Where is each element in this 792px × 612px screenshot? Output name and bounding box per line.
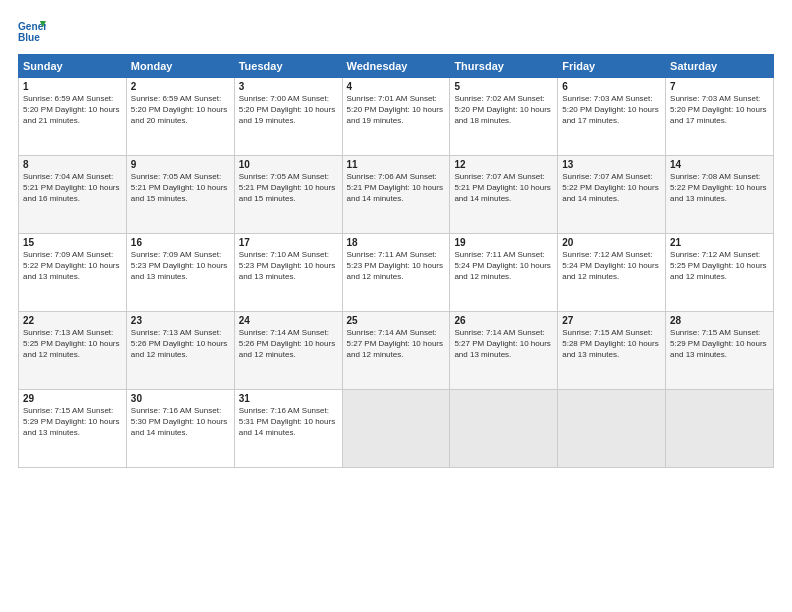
day-number: 28: [670, 315, 769, 326]
day-info: Sunrise: 7:09 AM Sunset: 5:22 PM Dayligh…: [23, 250, 122, 282]
day-number: 10: [239, 159, 338, 170]
logo-icon: General Blue: [18, 18, 46, 46]
day-info: Sunrise: 7:00 AM Sunset: 5:20 PM Dayligh…: [239, 94, 338, 126]
day-info: Sunrise: 7:15 AM Sunset: 5:29 PM Dayligh…: [670, 328, 769, 360]
weekday-header: Wednesday: [342, 55, 450, 78]
weekday-header: Sunday: [19, 55, 127, 78]
calendar-day-cell: [558, 390, 666, 468]
calendar-week-row: 1Sunrise: 6:59 AM Sunset: 5:20 PM Daylig…: [19, 78, 774, 156]
day-number: 2: [131, 81, 230, 92]
day-number: 20: [562, 237, 661, 248]
day-info: Sunrise: 7:02 AM Sunset: 5:20 PM Dayligh…: [454, 94, 553, 126]
day-number: 11: [347, 159, 446, 170]
day-number: 12: [454, 159, 553, 170]
weekday-header: Tuesday: [234, 55, 342, 78]
day-number: 18: [347, 237, 446, 248]
day-number: 17: [239, 237, 338, 248]
day-info: Sunrise: 7:05 AM Sunset: 5:21 PM Dayligh…: [239, 172, 338, 204]
day-number: 23: [131, 315, 230, 326]
calendar-day-cell: [450, 390, 558, 468]
day-info: Sunrise: 7:14 AM Sunset: 5:27 PM Dayligh…: [347, 328, 446, 360]
day-number: 1: [23, 81, 122, 92]
day-number: 4: [347, 81, 446, 92]
weekday-header: Saturday: [666, 55, 774, 78]
calendar-week-row: 29Sunrise: 7:15 AM Sunset: 5:29 PM Dayli…: [19, 390, 774, 468]
calendar-day-cell: 15Sunrise: 7:09 AM Sunset: 5:22 PM Dayli…: [19, 234, 127, 312]
day-number: 5: [454, 81, 553, 92]
calendar-day-cell: 28Sunrise: 7:15 AM Sunset: 5:29 PM Dayli…: [666, 312, 774, 390]
day-info: Sunrise: 7:09 AM Sunset: 5:23 PM Dayligh…: [131, 250, 230, 282]
day-number: 24: [239, 315, 338, 326]
calendar-day-cell: 18Sunrise: 7:11 AM Sunset: 5:23 PM Dayli…: [342, 234, 450, 312]
day-info: Sunrise: 7:12 AM Sunset: 5:25 PM Dayligh…: [670, 250, 769, 282]
day-info: Sunrise: 7:12 AM Sunset: 5:24 PM Dayligh…: [562, 250, 661, 282]
day-number: 30: [131, 393, 230, 404]
calendar-day-cell: 25Sunrise: 7:14 AM Sunset: 5:27 PM Dayli…: [342, 312, 450, 390]
calendar-day-cell: 1Sunrise: 6:59 AM Sunset: 5:20 PM Daylig…: [19, 78, 127, 156]
calendar-day-cell: 21Sunrise: 7:12 AM Sunset: 5:25 PM Dayli…: [666, 234, 774, 312]
day-number: 7: [670, 81, 769, 92]
calendar-day-cell: 30Sunrise: 7:16 AM Sunset: 5:30 PM Dayli…: [126, 390, 234, 468]
day-info: Sunrise: 7:10 AM Sunset: 5:23 PM Dayligh…: [239, 250, 338, 282]
day-number: 14: [670, 159, 769, 170]
weekday-header: Monday: [126, 55, 234, 78]
logo: General Blue: [18, 18, 46, 46]
calendar-day-cell: 24Sunrise: 7:14 AM Sunset: 5:26 PM Dayli…: [234, 312, 342, 390]
day-info: Sunrise: 7:05 AM Sunset: 5:21 PM Dayligh…: [131, 172, 230, 204]
day-number: 9: [131, 159, 230, 170]
calendar-week-row: 22Sunrise: 7:13 AM Sunset: 5:25 PM Dayli…: [19, 312, 774, 390]
day-number: 15: [23, 237, 122, 248]
calendar-day-cell: 16Sunrise: 7:09 AM Sunset: 5:23 PM Dayli…: [126, 234, 234, 312]
calendar-day-cell: 23Sunrise: 7:13 AM Sunset: 5:26 PM Dayli…: [126, 312, 234, 390]
day-info: Sunrise: 7:03 AM Sunset: 5:20 PM Dayligh…: [670, 94, 769, 126]
weekday-header: Thursday: [450, 55, 558, 78]
calendar-day-cell: 17Sunrise: 7:10 AM Sunset: 5:23 PM Dayli…: [234, 234, 342, 312]
day-info: Sunrise: 7:14 AM Sunset: 5:26 PM Dayligh…: [239, 328, 338, 360]
day-info: Sunrise: 7:16 AM Sunset: 5:31 PM Dayligh…: [239, 406, 338, 438]
calendar-body: 1Sunrise: 6:59 AM Sunset: 5:20 PM Daylig…: [19, 78, 774, 468]
calendar-day-cell: 4Sunrise: 7:01 AM Sunset: 5:20 PM Daylig…: [342, 78, 450, 156]
day-info: Sunrise: 7:13 AM Sunset: 5:26 PM Dayligh…: [131, 328, 230, 360]
day-info: Sunrise: 7:11 AM Sunset: 5:24 PM Dayligh…: [454, 250, 553, 282]
calendar-day-cell: 19Sunrise: 7:11 AM Sunset: 5:24 PM Dayli…: [450, 234, 558, 312]
day-number: 19: [454, 237, 553, 248]
day-info: Sunrise: 7:07 AM Sunset: 5:22 PM Dayligh…: [562, 172, 661, 204]
day-number: 27: [562, 315, 661, 326]
calendar-day-cell: 27Sunrise: 7:15 AM Sunset: 5:28 PM Dayli…: [558, 312, 666, 390]
day-info: Sunrise: 7:08 AM Sunset: 5:22 PM Dayligh…: [670, 172, 769, 204]
day-number: 22: [23, 315, 122, 326]
calendar-page: General Blue SundayMondayTuesdayWednesda…: [0, 0, 792, 612]
calendar-day-cell: 3Sunrise: 7:00 AM Sunset: 5:20 PM Daylig…: [234, 78, 342, 156]
day-number: 21: [670, 237, 769, 248]
svg-text:Blue: Blue: [18, 32, 40, 43]
day-number: 6: [562, 81, 661, 92]
calendar-day-cell: [666, 390, 774, 468]
day-info: Sunrise: 7:06 AM Sunset: 5:21 PM Dayligh…: [347, 172, 446, 204]
day-number: 29: [23, 393, 122, 404]
day-info: Sunrise: 7:13 AM Sunset: 5:25 PM Dayligh…: [23, 328, 122, 360]
calendar-day-cell: 2Sunrise: 6:59 AM Sunset: 5:20 PM Daylig…: [126, 78, 234, 156]
calendar-header-row: SundayMondayTuesdayWednesdayThursdayFrid…: [19, 55, 774, 78]
day-number: 31: [239, 393, 338, 404]
day-info: Sunrise: 7:07 AM Sunset: 5:21 PM Dayligh…: [454, 172, 553, 204]
day-info: Sunrise: 6:59 AM Sunset: 5:20 PM Dayligh…: [131, 94, 230, 126]
day-number: 16: [131, 237, 230, 248]
calendar-day-cell: 10Sunrise: 7:05 AM Sunset: 5:21 PM Dayli…: [234, 156, 342, 234]
calendar-day-cell: 13Sunrise: 7:07 AM Sunset: 5:22 PM Dayli…: [558, 156, 666, 234]
day-number: 3: [239, 81, 338, 92]
day-info: Sunrise: 7:04 AM Sunset: 5:21 PM Dayligh…: [23, 172, 122, 204]
calendar-table: SundayMondayTuesdayWednesdayThursdayFrid…: [18, 54, 774, 468]
day-number: 8: [23, 159, 122, 170]
day-info: Sunrise: 7:15 AM Sunset: 5:28 PM Dayligh…: [562, 328, 661, 360]
calendar-day-cell: 5Sunrise: 7:02 AM Sunset: 5:20 PM Daylig…: [450, 78, 558, 156]
calendar-day-cell: 20Sunrise: 7:12 AM Sunset: 5:24 PM Dayli…: [558, 234, 666, 312]
calendar-day-cell: 12Sunrise: 7:07 AM Sunset: 5:21 PM Dayli…: [450, 156, 558, 234]
day-info: Sunrise: 7:14 AM Sunset: 5:27 PM Dayligh…: [454, 328, 553, 360]
calendar-week-row: 15Sunrise: 7:09 AM Sunset: 5:22 PM Dayli…: [19, 234, 774, 312]
day-info: Sunrise: 7:01 AM Sunset: 5:20 PM Dayligh…: [347, 94, 446, 126]
calendar-day-cell: 8Sunrise: 7:04 AM Sunset: 5:21 PM Daylig…: [19, 156, 127, 234]
calendar-day-cell: 14Sunrise: 7:08 AM Sunset: 5:22 PM Dayli…: [666, 156, 774, 234]
calendar-day-cell: [342, 390, 450, 468]
day-number: 25: [347, 315, 446, 326]
calendar-day-cell: 11Sunrise: 7:06 AM Sunset: 5:21 PM Dayli…: [342, 156, 450, 234]
